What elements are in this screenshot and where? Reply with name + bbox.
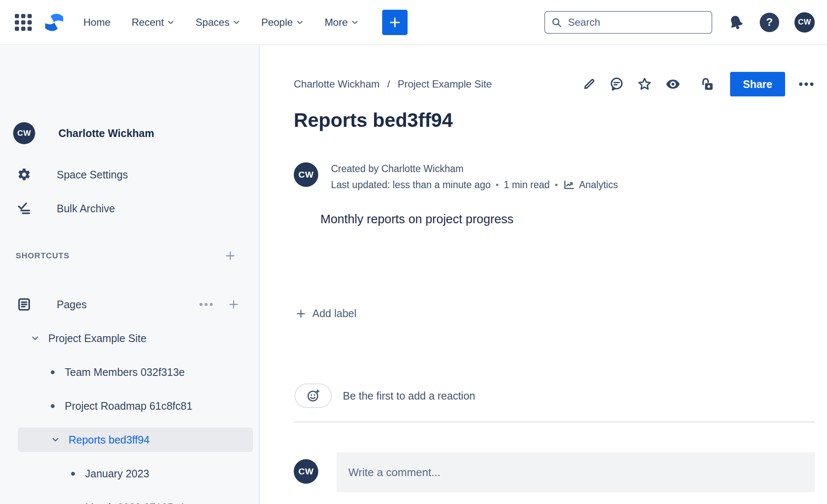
sidebar-item-space-settings[interactable]: Space Settings: [0, 163, 260, 186]
nav-home-label: Home: [83, 16, 110, 28]
created-by-text: Created by Charlotte Wickham: [331, 163, 618, 175]
sidebar-item-pages[interactable]: Pages: [0, 292, 260, 317]
unlock-icon[interactable]: [700, 77, 715, 92]
comment-divider: [294, 422, 815, 422]
tree-item-january-2023[interactable]: January 2023: [0, 461, 260, 486]
share-button[interactable]: Share: [730, 72, 785, 96]
shortcuts-label: SHORTCUTS: [16, 251, 69, 260]
search-input[interactable]: [568, 16, 695, 28]
shortcuts-section-header: SHORTCUTS: [0, 244, 260, 268]
user-avatar[interactable]: CW: [794, 12, 815, 33]
byline: CW Created by Charlotte Wickham Last upd…: [294, 162, 618, 191]
tree-item-project-roadmap[interactable]: Project Roadmap 61c8fc81: [0, 394, 260, 418]
breadcrumb-parent-page[interactable]: Project Example Site: [397, 78, 492, 90]
breadcrumb: Charlotte Wickham / Project Example Site: [294, 78, 492, 90]
space-header[interactable]: CW Charlotte Wickham: [0, 121, 260, 145]
bullet-icon: [71, 472, 75, 476]
bullet-icon: [51, 370, 55, 374]
space-sidebar: CW Charlotte Wickham Space Settings Bulk…: [0, 46, 260, 504]
space-avatar: CW: [13, 122, 35, 144]
star-icon[interactable]: [637, 77, 652, 92]
nav-more[interactable]: More: [325, 16, 358, 28]
pages-label: Pages: [57, 299, 199, 311]
breadcrumb-space[interactable]: Charlotte Wickham: [294, 78, 380, 90]
nav-more-label: More: [325, 16, 348, 28]
nav-recent[interactable]: Recent: [132, 16, 174, 28]
nav-people[interactable]: People: [261, 16, 303, 28]
nav-people-label: People: [261, 16, 293, 28]
chevron-down-icon: [167, 19, 174, 26]
smiley-plus-icon: [306, 389, 320, 403]
page-content: Charlotte Wickham / Project Example Site: [261, 46, 827, 504]
tree-item-reports-selected[interactable]: Reports bed3ff94: [18, 427, 253, 452]
watch-eye-icon[interactable]: [665, 76, 681, 92]
analytics-chart-icon: [563, 179, 575, 191]
notifications-bell-icon[interactable]: [728, 14, 744, 31]
confluence-logo-icon[interactable]: [43, 12, 66, 33]
nav-recent-label: Recent: [132, 16, 164, 28]
reaction-row: Be the first to add a reaction: [295, 383, 475, 408]
chevron-down-icon: [296, 19, 303, 26]
create-button[interactable]: [382, 10, 408, 35]
space-settings-label: Space Settings: [57, 169, 128, 181]
tree-item-project-example-site[interactable]: Project Example Site: [0, 326, 260, 351]
search-box[interactable]: [544, 11, 712, 34]
page-body-text: Monthly reports on project progress: [320, 212, 513, 226]
add-reaction-button[interactable]: [295, 383, 332, 408]
app-switcher-icon[interactable]: [14, 13, 33, 32]
bulk-archive-label: Bulk Archive: [57, 203, 115, 215]
sidebar-item-bulk-archive[interactable]: Bulk Archive: [0, 197, 260, 220]
reaction-hint-text: Be the first to add a reaction: [343, 390, 475, 402]
nav-spaces[interactable]: Spaces: [196, 16, 240, 28]
bulk-archive-icon: [17, 201, 31, 216]
gear-icon: [17, 167, 31, 182]
pages-more-icon[interactable]: [199, 302, 213, 307]
add-label-button[interactable]: Add label: [295, 307, 356, 320]
breadcrumb-separator: /: [387, 78, 390, 90]
page-actions: Share: [582, 72, 815, 96]
top-navigation-bar: Home Recent Spaces People More: [0, 0, 827, 45]
nav-spaces-label: Spaces: [196, 16, 229, 28]
analytics-link[interactable]: Analytics: [563, 179, 618, 191]
search-icon: [551, 17, 562, 28]
plus-icon: [295, 308, 306, 319]
comment-bubble-icon[interactable]: [609, 77, 624, 92]
commenter-avatar: CW: [294, 459, 318, 484]
author-avatar[interactable]: CW: [294, 162, 318, 187]
space-name: Charlotte Wickham: [58, 127, 154, 140]
last-updated-text[interactable]: Last updated: less than a minute ago: [331, 179, 491, 191]
plus-icon: [389, 16, 401, 29]
help-icon[interactable]: ?: [760, 13, 779, 32]
tree-item-team-members[interactable]: Team Members 032f313e: [0, 360, 260, 384]
pages-icon: [17, 297, 32, 312]
read-time-text: 1 min read: [504, 179, 550, 191]
tree-item-march-2023[interactable]: March 2023 37185c4a: [0, 495, 260, 504]
add-page-icon[interactable]: [228, 299, 240, 310]
chevron-down-icon[interactable]: [51, 435, 60, 444]
edit-pencil-icon[interactable]: [582, 77, 596, 91]
nav-home[interactable]: Home: [83, 16, 110, 28]
chevron-down-icon: [233, 19, 240, 26]
add-shortcut-icon[interactable]: [224, 250, 236, 262]
bullet-icon: [51, 404, 55, 408]
chevron-down-icon[interactable]: [30, 334, 40, 343]
user-avatar-initials: CW: [798, 18, 811, 27]
more-actions-icon[interactable]: [798, 82, 815, 87]
chevron-down-icon: [351, 19, 358, 26]
page-title: Reports bed3ff94: [294, 109, 453, 131]
primary-nav: Home Recent Spaces People More: [83, 16, 358, 28]
comment-input[interactable]: [336, 452, 815, 492]
